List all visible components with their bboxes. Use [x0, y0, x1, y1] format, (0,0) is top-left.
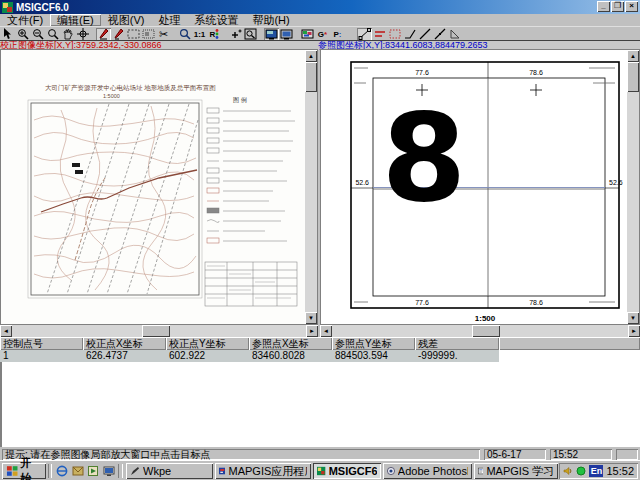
tick-left: 52.6: [355, 179, 369, 186]
scroll-up-icon[interactable]: ▲: [305, 50, 317, 62]
status-time: 15:52: [550, 449, 612, 460]
crosshair-icon[interactable]: [75, 28, 90, 41]
right-vertical-scrollbar[interactable]: ▲ ▼: [627, 50, 639, 324]
col-header-point-id[interactable]: 控制点号: [0, 337, 83, 350]
screen-color-icon[interactable]: [300, 28, 315, 41]
col-header-ref-x[interactable]: 参照点X坐标: [249, 337, 332, 350]
task-mapgis-main-menu[interactable]: MAPGIS应用程序主菜单: [215, 463, 311, 479]
menu-system-settings[interactable]: 系统设置: [187, 14, 245, 26]
task-wkpe[interactable]: Wkpe: [126, 463, 213, 479]
menu-edit[interactable]: 编辑(E): [50, 14, 101, 26]
restore-button[interactable]: ❐: [611, 1, 624, 12]
dashed-rect-2-icon[interactable]: [141, 28, 156, 41]
task-msigcf[interactable]: MSIGCF6.0: [313, 463, 381, 479]
zoom-out-icon[interactable]: [30, 28, 45, 41]
one-to-one-icon[interactable]: 1:1: [192, 28, 207, 41]
input-language-indicator[interactable]: En: [589, 465, 603, 477]
map-scale: 1:5000: [103, 93, 120, 99]
minimize-button[interactable]: _: [597, 1, 610, 12]
taskbar: 开始 Wkpe MAPGIS应用程序主菜单 MSIGCF6.0 Adobe Ph…: [0, 460, 640, 480]
green-status-icon[interactable]: [576, 466, 586, 476]
cell-residual[interactable]: -999999.: [415, 350, 499, 362]
zoom-in-icon[interactable]: [15, 28, 30, 41]
rgb-r-icon[interactable]: R: [207, 28, 222, 41]
close-button[interactable]: ×: [625, 1, 638, 12]
correct-image-panel[interactable]: 大司门矿产资源开发中心电站场址 地形地质及总平面布置图 1:5000: [0, 49, 318, 325]
cell-ref-x[interactable]: 83460.8028: [249, 350, 332, 362]
toolbar: ✂ 1:1 R G* P:: [0, 26, 640, 41]
status-bar: 提示: 请在参照图像局部放大窗口中点击目标点 05-6-17 15:52: [0, 447, 640, 460]
menu-view[interactable]: 视图(V): [101, 14, 152, 26]
line-edit-icon[interactable]: [357, 28, 372, 41]
cell-ref-y[interactable]: 884503.594: [332, 350, 415, 362]
windows-logo-icon: [6, 465, 18, 477]
right-hscroll-thumb[interactable]: [472, 325, 500, 337]
add-point-icon[interactable]: [228, 28, 243, 41]
taskbar-divider: [118, 464, 123, 478]
menu-file[interactable]: 文件(F): [0, 14, 50, 26]
title-bar[interactable]: MSIGCF6.0 _ ❐ ×: [0, 0, 640, 14]
diag-line-2-icon[interactable]: [432, 28, 447, 41]
red-hlines-icon[interactable]: [372, 28, 387, 41]
table-row[interactable]: 1 626.4737 602.922 83460.8028 884503.594…: [0, 350, 640, 362]
screen-save-icon[interactable]: [279, 28, 294, 41]
task-mapgis-notes[interactable]: MAPGIS 学习笔记 -...: [474, 463, 559, 479]
sheet-scale-label: 1:500: [475, 314, 496, 323]
sheet-big-digit: 8: [382, 87, 467, 229]
pan-hand-icon[interactable]: [60, 28, 75, 41]
diag-triangle-icon[interactable]: [447, 28, 462, 41]
quicklaunch-ie-icon[interactable]: [55, 464, 68, 478]
zoom-blue-icon[interactable]: [177, 28, 192, 41]
scroll-left-icon[interactable]: ◄: [0, 325, 12, 337]
start-button[interactable]: 开始: [2, 463, 46, 479]
screen-blue-icon[interactable]: [264, 28, 279, 41]
g-star-icon[interactable]: G*: [315, 28, 330, 41]
left-horizontal-scrollbar[interactable]: ◄ ►: [0, 325, 318, 337]
cell-point-id[interactable]: 1: [0, 350, 83, 362]
tick-top-2: 78.6: [529, 69, 543, 76]
menu-process[interactable]: 处理: [151, 14, 187, 26]
menu-help[interactable]: 帮助(H): [245, 14, 296, 26]
angle-line-icon[interactable]: [402, 28, 417, 41]
zoom-icon[interactable]: [45, 28, 60, 41]
p-colon-icon[interactable]: P:: [330, 28, 345, 41]
col-header-correct-x[interactable]: 校正点X坐标: [83, 337, 166, 350]
scroll-right-icon[interactable]: ►: [306, 325, 318, 337]
zoom-window-icon[interactable]: [243, 28, 258, 41]
col-header-ref-y[interactable]: 参照点Y坐标: [332, 337, 415, 350]
reference-image-panel[interactable]: 77.6 78.6 52.6 52.6 77.6 78.6 8 1:500 ▲ …: [320, 49, 640, 325]
diag-line-1-icon[interactable]: [417, 28, 432, 41]
dashed-rect-icon[interactable]: [126, 28, 141, 41]
tick-top-1: 77.6: [415, 69, 429, 76]
col-header-residual[interactable]: 残差: [415, 337, 499, 350]
status-date: 05-6-17: [484, 449, 546, 460]
scroll-down-icon[interactable]: ▼: [627, 312, 639, 324]
scroll-up-icon[interactable]: ▲: [627, 50, 639, 62]
control-point-marker-2[interactable]: [75, 170, 83, 174]
right-horizontal-scrollbar[interactable]: ◄ ►: [320, 325, 640, 337]
left-vertical-scrollbar[interactable]: ▲ ▼: [305, 50, 317, 324]
control-point-marker[interactable]: [72, 163, 80, 167]
scroll-right-icon[interactable]: ►: [628, 325, 640, 337]
task-photoshop[interactable]: Adobe Photoshop: [383, 463, 472, 479]
clock[interactable]: 15:52: [606, 465, 634, 477]
select-cursor-icon[interactable]: [0, 28, 15, 41]
right-vscroll-thumb[interactable]: [627, 62, 639, 92]
scissors-icon[interactable]: ✂: [156, 28, 171, 41]
left-vscroll-thumb[interactable]: [305, 62, 317, 92]
red-pen-1-icon[interactable]: [96, 28, 111, 41]
msigcf-icon: [317, 466, 325, 476]
cell-correct-y[interactable]: 602.922: [166, 350, 249, 362]
red-dashed-rect-icon[interactable]: [387, 28, 402, 41]
scroll-left-icon[interactable]: ◄: [320, 325, 332, 337]
col-header-correct-y[interactable]: 校正点Y坐标: [166, 337, 249, 350]
red-pen-2-icon[interactable]: [111, 28, 126, 41]
left-hscroll-thumb[interactable]: [142, 325, 170, 337]
scroll-down-icon[interactable]: ▼: [305, 312, 317, 324]
speaker-icon[interactable]: [563, 466, 573, 476]
quicklaunch-media-icon[interactable]: [86, 464, 99, 478]
quicklaunch-show-desktop-icon[interactable]: [102, 464, 115, 478]
cell-correct-x[interactable]: 626.4737: [83, 350, 166, 362]
quicklaunch-outlook-icon[interactable]: [71, 464, 84, 478]
col-header-empty: [499, 337, 640, 350]
